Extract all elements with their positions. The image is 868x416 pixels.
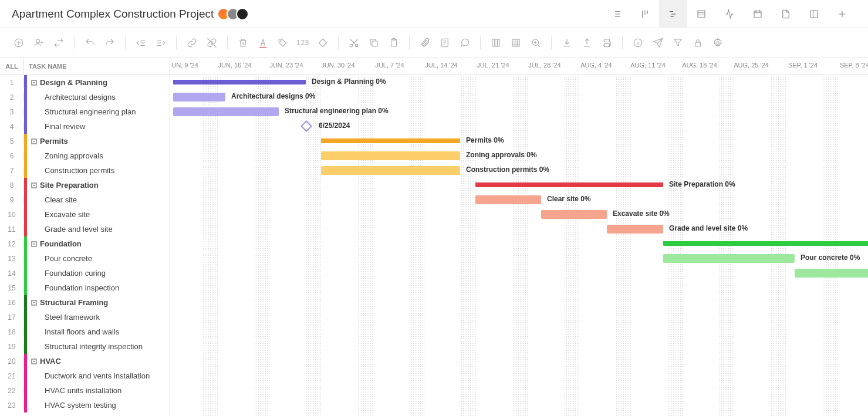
task-row[interactable]: 17Steel framework (0, 310, 170, 324)
collapse-icon[interactable] (31, 79, 38, 86)
task-name[interactable]: Grade and level site (27, 225, 170, 234)
task-row[interactable]: 9Clear site (0, 192, 170, 207)
task-name[interactable]: Steel framework (27, 313, 170, 322)
task-row[interactable]: 1Design & Planning (0, 75, 170, 90)
task-bar[interactable] (173, 93, 225, 102)
add-user-icon[interactable] (31, 35, 47, 51)
tag-icon[interactable] (275, 35, 291, 51)
task-name[interactable]: Final review (27, 122, 170, 131)
collapse-icon[interactable] (31, 241, 38, 248)
task-name[interactable]: Foundation (27, 239, 170, 248)
undo-icon[interactable] (82, 35, 98, 51)
task-name[interactable]: Install floors and walls (27, 327, 170, 336)
task-row[interactable]: 12Foundation (0, 236, 170, 251)
link-icon[interactable] (184, 35, 200, 51)
import-icon[interactable] (559, 35, 575, 51)
task-name[interactable]: HVAC (27, 357, 170, 366)
cut-icon[interactable] (346, 35, 362, 51)
task-row[interactable]: 2Architectural designs (0, 90, 170, 104)
delete-icon[interactable] (235, 35, 251, 51)
task-bar[interactable] (321, 151, 460, 160)
indent-icon[interactable] (153, 35, 169, 51)
task-row[interactable]: 19Structural integrity inspection (0, 339, 170, 354)
task-bar[interactable] (475, 195, 541, 204)
send-icon[interactable] (650, 35, 666, 51)
lock-icon[interactable] (690, 35, 706, 51)
milestone-icon[interactable] (315, 35, 331, 51)
task-row[interactable]: 5Permits (0, 134, 170, 148)
task-row[interactable]: 23HVAC system testing (0, 398, 170, 412)
comment-icon[interactable] (457, 35, 473, 51)
filter-icon[interactable] (670, 35, 686, 51)
task-name[interactable]: Structural integrity inspection (27, 342, 170, 351)
collapse-icon[interactable] (31, 138, 38, 145)
column-task-name[interactable]: TASK NAME (24, 58, 170, 75)
avatar[interactable] (236, 8, 249, 21)
task-row[interactable]: 4Final review (0, 119, 170, 134)
task-name[interactable]: HVAC system testing (27, 401, 170, 410)
view-calendar-icon[interactable] (744, 0, 772, 28)
export-icon[interactable] (579, 35, 595, 51)
task-name[interactable]: Permits (27, 137, 170, 146)
task-row[interactable]: 11Grade and level site (0, 222, 170, 236)
task-name[interactable]: Structural engineering plan (27, 107, 170, 116)
task-name[interactable]: Architectural designs (27, 93, 170, 102)
task-name[interactable]: Design & Planning (27, 78, 170, 87)
number-format-icon[interactable]: 123 (295, 35, 311, 51)
task-name[interactable]: Site Preparation (27, 181, 170, 190)
task-bar[interactable] (607, 225, 663, 234)
note-icon[interactable] (437, 35, 453, 51)
summary-bar[interactable] (663, 241, 868, 246)
task-name[interactable]: Zoning approvals (27, 151, 170, 160)
task-bar[interactable] (173, 107, 279, 116)
milestone[interactable] (300, 120, 312, 132)
collapse-icon[interactable] (31, 182, 38, 189)
settings-icon[interactable] (710, 35, 726, 51)
column-all[interactable]: ALL (0, 58, 24, 75)
redo-icon[interactable] (102, 35, 118, 51)
task-row[interactable]: 16Structural Framing (0, 295, 170, 310)
view-board-icon[interactable] (631, 0, 659, 28)
text-color-icon[interactable] (255, 35, 271, 51)
task-name[interactable]: Ductwork and vents installation (27, 371, 170, 380)
task-row[interactable]: 18Install floors and walls (0, 324, 170, 339)
task-name[interactable]: Construction permits (27, 166, 170, 175)
unlink-icon[interactable] (204, 35, 220, 51)
view-file-icon[interactable] (772, 0, 800, 28)
view-activity-icon[interactable] (715, 0, 744, 28)
collapse-icon[interactable] (31, 358, 38, 365)
columns-icon[interactable] (488, 35, 504, 51)
task-name[interactable]: Foundation inspection (27, 283, 170, 292)
task-bar[interactable] (321, 166, 460, 175)
view-panel-icon[interactable] (800, 0, 828, 28)
task-row[interactable]: 22HVAC units installation (0, 383, 170, 398)
task-row[interactable]: 6Zoning approvals (0, 148, 170, 163)
view-table-icon[interactable] (687, 0, 715, 28)
task-row[interactable]: 13Pour concrete (0, 251, 170, 266)
task-name[interactable]: Clear site (27, 195, 170, 204)
task-row[interactable]: 14Foundation curing (0, 266, 170, 280)
gantt-panel[interactable]: UN, 9 '24JUN, 16 '24JUN, 23 '24JUN, 30 '… (170, 58, 868, 416)
attachment-icon[interactable] (417, 35, 433, 51)
zoom-icon[interactable] (528, 35, 544, 51)
summary-bar[interactable] (173, 80, 306, 84)
copy-icon[interactable] (366, 35, 382, 51)
task-row[interactable]: 21Ductwork and vents installation (0, 368, 170, 383)
task-bar[interactable] (663, 254, 795, 263)
view-list-icon[interactable] (603, 0, 631, 28)
swap-icon[interactable] (50, 35, 67, 51)
task-row[interactable]: 7Construction permits (0, 163, 170, 178)
add-view-icon[interactable] (828, 0, 856, 28)
task-name[interactable]: Pour concrete (27, 254, 170, 263)
collapse-icon[interactable] (31, 299, 38, 306)
outdent-icon[interactable] (133, 35, 149, 51)
task-name[interactable]: Foundation curing (27, 269, 170, 278)
project-title[interactable]: Apartment Complex Construction Project (12, 8, 214, 21)
gantt-body[interactable]: Design & Planning 0%Architectural design… (170, 75, 868, 416)
task-row[interactable]: 10Excavate site (0, 207, 170, 222)
task-row[interactable]: 15Foundation inspection (0, 280, 170, 295)
summary-bar[interactable] (321, 138, 460, 143)
task-bar[interactable] (795, 269, 868, 278)
task-row[interactable]: 8Site Preparation (0, 178, 170, 192)
print-icon[interactable] (599, 35, 615, 51)
